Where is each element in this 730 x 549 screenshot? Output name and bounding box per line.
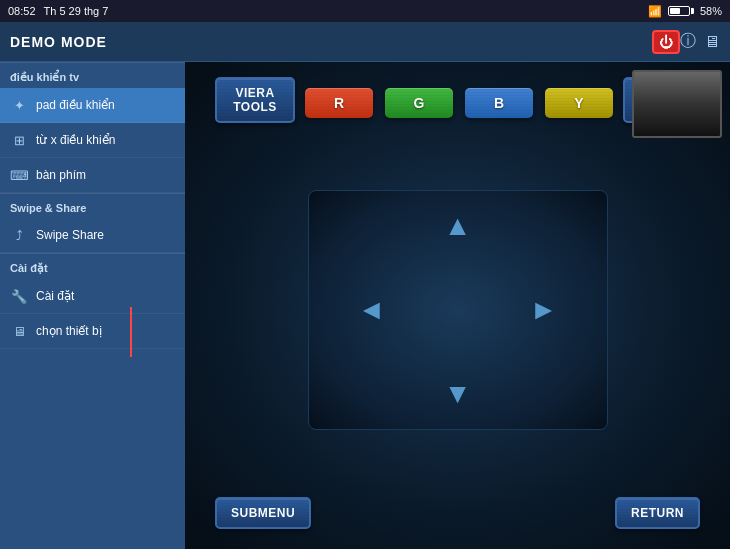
viera-tools-button[interactable]: VIERA TOOLS <box>215 77 295 123</box>
main-content: VIERA TOOLS R G B Y EXIT ▲ ▼ ◄ ► SUBMENU… <box>185 62 730 549</box>
power-button[interactable]: ⏻ <box>652 30 680 54</box>
sidebar-label-banphim: bàn phím <box>36 168 86 182</box>
return-button[interactable]: RETURN <box>615 497 700 529</box>
header: DEMO MODE ⏻ ⓘ 🖥 <box>0 22 730 62</box>
blue-button[interactable]: B <box>465 88 533 118</box>
battery-percent: 58% <box>700 5 722 17</box>
settings-icon: 🔧 <box>10 287 28 305</box>
nav-diamond: ▲ ▼ ◄ ► <box>348 200 568 420</box>
color-buttons-row: R G B Y <box>305 77 613 123</box>
status-right: 📶 58% <box>648 5 722 18</box>
app-title: DEMO MODE <box>10 34 644 50</box>
nav-right-button[interactable]: ► <box>530 294 558 326</box>
status-bar: 08:52 Th 5 29 thg 7 📶 58% <box>0 0 730 22</box>
sidebar-group-swipe: Swipe & Share <box>0 193 185 218</box>
yellow-button[interactable]: Y <box>545 88 613 118</box>
sidebar-item-swipe-share[interactable]: ⤴ Swipe Share <box>0 218 185 253</box>
swipe-icon: ⤴ <box>10 226 28 244</box>
screen-icon[interactable]: 🖥 <box>704 33 720 51</box>
sidebar-label-chonthietbi: chọn thiết bị <box>36 324 102 338</box>
nav-left-button[interactable]: ◄ <box>358 294 386 326</box>
battery-icon <box>668 6 694 16</box>
sidebar-label-pad: pad điều khiển <box>36 98 115 112</box>
nav-area: ▲ ▼ ◄ ► <box>288 123 628 497</box>
status-left: 08:52 Th 5 29 thg 7 <box>8 5 108 17</box>
device-icon: 🖥 <box>10 322 28 340</box>
sidebar-label-caidat: Cài đặt <box>36 289 74 303</box>
date: Th 5 29 thg 7 <box>44 5 109 17</box>
sidebar-item-cai-dat[interactable]: 🔧 Cài đặt <box>0 279 185 314</box>
sidebar-label-swipe: Swipe Share <box>36 228 104 242</box>
wifi-icon: 📶 <box>648 5 662 18</box>
grid-icon: ⊞ <box>10 131 28 149</box>
sidebar-group-tv: điều khiển tv <box>0 62 185 88</box>
submenu-button[interactable]: SUBMENU <box>215 497 311 529</box>
green-button[interactable]: G <box>385 88 453 118</box>
sidebar-item-chon-thiet-bi[interactable]: 🖥 chọn thiết bị <box>0 314 185 349</box>
sidebar-label-tux: từ x điều khiển <box>36 133 115 147</box>
power-icon: ⏻ <box>659 34 673 50</box>
sidebar-item-tu-x-dieu-khien[interactable]: ⊞ từ x điều khiển <box>0 123 185 158</box>
sidebar-group-caidat: Cài đặt <box>0 253 185 279</box>
sidebar-item-ban-phim[interactable]: ⌨ bàn phím <box>0 158 185 193</box>
sidebar: điều khiển tv ✦ pad điều khiển ⊞ từ x đi… <box>0 62 185 549</box>
info-icon[interactable]: ⓘ <box>680 31 696 52</box>
screen-preview <box>632 70 722 138</box>
header-icons: ⓘ 🖥 <box>680 31 720 52</box>
pad-icon: ✦ <box>10 96 28 114</box>
cursor-indicator <box>130 307 132 357</box>
sidebar-item-pad-dieu-khien[interactable]: ✦ pad điều khiển <box>0 88 185 123</box>
bottom-function-row: SUBMENU RETURN <box>205 497 710 534</box>
red-button[interactable]: R <box>305 88 373 118</box>
time: 08:52 <box>8 5 36 17</box>
nav-down-button[interactable]: ▼ <box>444 378 472 410</box>
keyboard-icon: ⌨ <box>10 166 28 184</box>
nav-up-button[interactable]: ▲ <box>444 210 472 242</box>
